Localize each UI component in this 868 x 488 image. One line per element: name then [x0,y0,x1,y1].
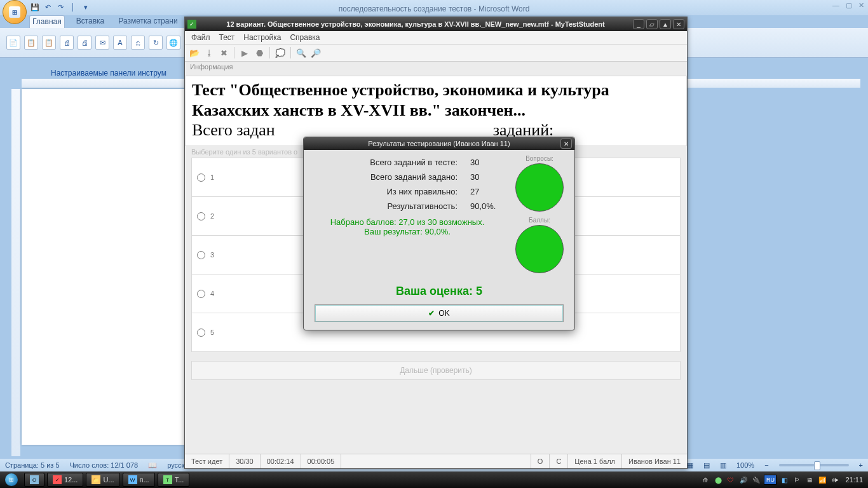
status-state: Тест идет [185,454,229,468]
status-zoom[interactable]: 100% [736,461,754,469]
minimize-icon[interactable]: _ [633,19,644,29]
tray-icon[interactable]: 🕪 [830,475,840,485]
status-progress: 30/30 [229,454,261,468]
stop-icon[interactable]: ⬣ [254,47,265,58]
option-label: 2 [210,212,214,220]
view-icon[interactable]: ▤ [703,461,710,470]
menu-test[interactable]: Тест [219,33,235,42]
questions-pie [515,163,564,212]
stat-label: Из них правильно: [310,187,458,196]
ribbon-tab-home[interactable]: Главная [29,15,65,28]
status-time-elapsed: 00:02:14 [261,454,301,468]
open-icon[interactable]: 📂 [189,47,200,58]
status-page[interactable]: Страница: 5 из 5 [5,461,60,469]
word-ribbon-tabs: Главная Вставка Разметка страни [29,15,180,28]
zoom-out-icon[interactable]: − [764,461,768,469]
tray-icon[interactable]: 🛡 [726,475,736,485]
menu-help[interactable]: Справка [290,33,320,42]
close-icon[interactable]: ✕ [673,19,684,29]
maximize-icon[interactable]: ▲ [660,19,671,29]
taskbar-item[interactable]: TT... [158,473,190,487]
close-icon[interactable]: ✕ [858,1,864,10]
play-icon[interactable]: ▶ [239,47,250,58]
ribbon-icon[interactable]: ↻ [149,36,163,50]
ribbon-icon[interactable]: 📋 [42,36,56,50]
tray-icon[interactable]: ⟰ [700,475,710,485]
results-charts: Вопросы: Баллы: [511,155,568,273]
ribbon-icon[interactable]: 📋 [24,36,38,50]
ribbon-icon[interactable]: 🖨 [60,36,74,50]
system-tray: ⟰ ⬤ 🛡 🔊 🔌 RU ◧ 🏳 🖥 📶 🕪 21:11 [700,475,868,485]
status-words[interactable]: Число слов: 12/1 078 [70,461,139,469]
tray-clock[interactable]: 21:11 [843,476,865,484]
ok-button[interactable]: ✔ OK [315,304,564,322]
undo-icon[interactable]: ↶ [43,3,52,11]
minimize-icon[interactable]: — [832,1,839,10]
tray-icon[interactable]: 🔊 [738,475,749,485]
windows-taskbar: ⊞ O ✓12... 📁U... Wп... TT... ⟰ ⬤ 🛡 🔊 🔌 R… [0,471,868,488]
tray-icon[interactable]: 🔌 [751,475,761,485]
zoom-in-icon[interactable]: + [859,461,863,469]
stat-label: Всего заданий в тесте: [310,158,458,167]
tray-icon[interactable]: 🏳 [792,475,802,485]
status-price: Цена 1 балл [568,454,622,468]
taskbar-item[interactable]: 📁U... [86,473,119,487]
results-stats: Всего заданий в тесте:30 Всего заданий з… [310,155,505,273]
option-label: 1 [210,173,214,181]
ribbon-icon[interactable]: ✉ [95,36,109,50]
office-orb[interactable]: ⊞ [3,0,27,24]
ribbon-icon[interactable]: 🌐 [166,36,180,50]
ribbon-icon[interactable]: ⎌ [131,36,145,50]
start-button[interactable]: ⊞ [0,471,23,488]
zoom-in-icon[interactable]: 🔍 [295,47,307,58]
word-titlebar: ⊞ 💾 ↶ ↷ │ ▾ последовательность создание … [0,0,868,15]
heading-bold: Тест "Общественное устройство, экономика… [192,81,609,119]
zoom-slider[interactable] [779,464,849,466]
stat-value: 27 [470,187,505,196]
option-label: 3 [210,251,214,259]
test-heading: Тест "Общественное устройство, экономика… [185,76,687,146]
dialog-titlebar: Результаты тестирования (Иванов Иван 11)… [304,137,574,150]
next-button[interactable]: Дальше (проверить) [191,361,681,380]
word-window-controls: — ▢ ✕ [832,1,864,10]
close-icon[interactable]: ✕ [560,139,572,149]
menu-file[interactable]: Файл [191,33,210,42]
lock-icon[interactable]: ⭳ [203,47,215,58]
taskbar-item[interactable]: Wп... [123,473,155,487]
option-label: 5 [210,329,214,336]
qat-more-icon[interactable]: ▾ [81,3,90,11]
ribbon-icon[interactable]: 📄 [6,36,20,50]
option-radio[interactable] [197,251,205,259]
view-icon[interactable]: ▥ [720,461,726,470]
grade-text: Ваша оценка: 5 [310,285,568,298]
ribbon-icon[interactable]: A [113,36,127,50]
stat-value: 30 [470,158,505,167]
restore-icon[interactable]: ▱ [646,19,658,29]
option-radio[interactable] [197,290,205,298]
option-radio[interactable] [197,173,205,182]
menu-settings[interactable]: Настройка [243,33,281,42]
mts-info-label: Информация [185,62,687,76]
tray-icon[interactable]: 🖥 [804,475,815,485]
ribbon-tab-layout[interactable]: Разметка страни [116,15,180,28]
option-radio[interactable] [197,329,205,337]
redo-icon[interactable]: ↷ [56,3,65,11]
word-title: последовательность создание тестов - Mic… [339,2,530,13]
taskbar-item[interactable]: O [24,473,44,487]
zoom-out-icon[interactable]: 🔎 [310,47,322,58]
status-user: Иванов Иван 11 [622,454,687,468]
language-indicator[interactable]: RU [764,475,776,485]
tray-icon[interactable]: 📶 [817,475,827,485]
ribbon-icon[interactable]: 🖨 [78,36,92,50]
close-test-icon[interactable]: ✖ [218,47,229,58]
status-o: О [531,454,550,468]
taskbar-item[interactable]: ✓12... [47,473,83,487]
tray-icon[interactable]: ◧ [779,475,789,485]
view-icon[interactable]: ▦ [687,461,693,470]
ribbon-tab-insert[interactable]: Вставка [74,15,107,28]
help-icon[interactable]: 💭 [275,47,286,58]
tray-icon[interactable]: ⬤ [713,475,723,485]
maximize-icon[interactable]: ▢ [846,1,852,10]
save-icon[interactable]: 💾 [31,3,39,11]
option-radio[interactable] [197,212,205,220]
